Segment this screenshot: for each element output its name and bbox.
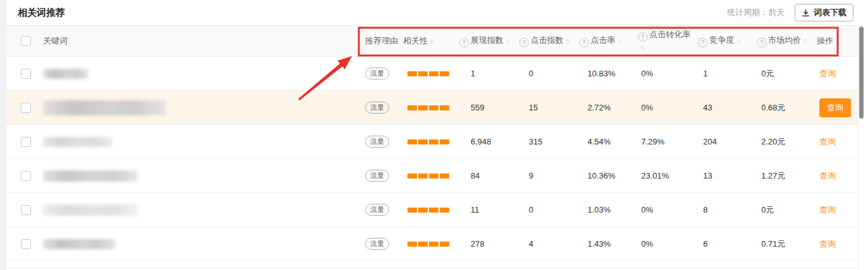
cell-competition: 204	[693, 137, 752, 146]
row-checkbox[interactable]	[21, 69, 31, 79]
vertical-scrollbar-thumb[interactable]	[859, 26, 864, 119]
keyword-redacted-blur	[43, 69, 88, 79]
cell-show-index: 6,948	[453, 137, 513, 146]
cell-show-index: 11	[453, 205, 513, 214]
cell-cvr: 0%	[633, 69, 693, 78]
column-label: 点击率	[591, 35, 615, 45]
row-checkbox[interactable]	[21, 205, 31, 215]
cell-market-price: 2.20元	[752, 136, 811, 148]
cell-click-index: 4	[513, 239, 573, 249]
cell-market-price: 0元	[752, 68, 811, 79]
help-icon[interactable]: ?	[579, 38, 589, 47]
column-header-cvr[interactable]: ?点击转化率↑↓	[633, 29, 693, 52]
sort-icon[interactable]: ↑↓	[803, 37, 807, 44]
column-label: 推荐理由	[365, 36, 398, 45]
relevance-bars	[407, 173, 450, 179]
help-icon[interactable]: ?	[519, 38, 529, 47]
cell-show-index: 278	[453, 239, 513, 249]
column-header-competition[interactable]: ?竞争度↑↓	[693, 35, 752, 47]
help-icon[interactable]: ?	[459, 38, 469, 47]
keyword-redacted-blur	[43, 100, 166, 115]
cell-ctr: 10.36%	[573, 171, 633, 180]
cell-ctr: 1.43%	[573, 239, 633, 249]
column-header-keyword: 关键词	[37, 35, 359, 47]
cell-market-price: 0.71元	[752, 238, 811, 250]
column-header-reason: 推荐理由	[359, 35, 398, 47]
cell-cvr: 23.01%	[633, 171, 693, 180]
reason-badge: 流量	[365, 170, 389, 182]
query-link[interactable]: 查询	[819, 205, 836, 214]
panel-header: 相关词推荐 统计周期：前天 词表下载	[6, 0, 859, 25]
header-cell-select-all	[6, 36, 37, 46]
table-row: 流量 559 15 2.72% 0% 43 0.68元 查询	[6, 91, 859, 125]
cell-competition: 6	[693, 239, 752, 249]
cell-show-index: 1	[453, 69, 513, 78]
reason-badge: 流量	[365, 136, 389, 148]
table-row: 流量 278 4 1.43% 0% 6 0.71元 查询	[6, 227, 859, 261]
sort-icon[interactable]: ↑↓	[617, 37, 621, 44]
relevance-bars	[407, 71, 450, 76]
cell-competition: 43	[693, 103, 752, 112]
table-row: 流量 1 0 10.83% 0% 1 0元 查询	[6, 57, 859, 91]
relevance-bars	[407, 208, 450, 213]
cell-show-index: 559	[453, 103, 513, 112]
relevance-bars	[407, 242, 450, 247]
query-link[interactable]: 查询	[819, 171, 836, 180]
related-words-table: 关键词 推荐理由 相关性↑↓ ?展现指数↑↓ ?点击指数↑↓ ?点击率↑↓ ?点…	[6, 25, 859, 261]
panel-right-border	[858, 25, 859, 270]
sort-icon[interactable]: ↑↓	[640, 44, 644, 51]
cell-cvr: 0%	[633, 205, 693, 214]
column-label: 竞争度	[709, 35, 734, 45]
sort-icon[interactable]: ↑↓	[736, 37, 740, 44]
cell-ctr: 2.72%	[573, 103, 633, 112]
query-link[interactable]: 查询	[819, 239, 836, 249]
column-label: 相关性	[403, 36, 428, 45]
page-background-strip	[0, 0, 6, 270]
reason-badge: 流量	[365, 68, 389, 79]
help-icon[interactable]: ?	[757, 38, 766, 47]
column-label: 点击指数	[531, 35, 564, 45]
query-button[interactable]: 查询	[819, 98, 851, 117]
row-checkbox[interactable]	[21, 137, 31, 147]
column-label: 点击转化率	[649, 30, 690, 39]
stats-period-label: 统计周期：前天	[727, 7, 785, 18]
column-header-click-index[interactable]: ?点击指数↑↓	[513, 35, 573, 47]
cell-ctr: 1.03%	[573, 205, 633, 214]
column-header-action: 操作	[811, 35, 852, 47]
sort-icon[interactable]: ↑↓	[430, 38, 433, 45]
cell-cvr: 0%	[633, 103, 693, 112]
query-link[interactable]: 查询	[819, 137, 836, 146]
row-checkbox[interactable]	[21, 171, 31, 181]
row-checkbox[interactable]	[21, 103, 31, 113]
reason-badge: 流量	[365, 204, 389, 216]
cell-click-index: 9	[513, 171, 573, 180]
table-row: 流量 11 0 1.03% 0% 8 0元 查询	[6, 193, 859, 227]
cell-ctr: 4.54%	[573, 137, 633, 146]
cell-cvr: 0%	[633, 239, 693, 249]
column-header-relevance[interactable]: 相关性↑↓	[398, 35, 453, 47]
relevance-bars	[407, 139, 450, 144]
keyword-redacted-blur	[43, 204, 138, 216]
column-header-show-index[interactable]: ?展现指数↑↓	[453, 35, 513, 47]
select-all-checkbox[interactable]	[21, 36, 31, 46]
download-icon	[802, 9, 810, 17]
row-checkbox[interactable]	[21, 239, 31, 249]
column-header-market-price[interactable]: ?市场均价↑↓	[752, 35, 811, 47]
download-button-label: 词表下载	[814, 7, 847, 18]
column-header-ctr[interactable]: ?点击率↑↓	[573, 35, 633, 47]
table-row: 流量 84 9 10.36% 23.01% 13 1.27元 查询	[6, 159, 859, 193]
cell-click-index: 0	[513, 205, 573, 214]
sort-icon[interactable]: ↑↓	[505, 37, 509, 44]
sort-icon[interactable]: ↑↓	[565, 37, 569, 44]
help-icon[interactable]: ?	[698, 38, 708, 47]
cell-click-index: 15	[513, 103, 573, 112]
download-wordlist-button[interactable]: 词表下载	[795, 4, 853, 21]
panel-bottom-border	[6, 268, 859, 269]
keyword-redacted-blur	[43, 170, 138, 182]
column-label: 展现指数	[471, 35, 503, 45]
cell-market-price: 0元	[752, 204, 811, 216]
help-icon[interactable]: ?	[638, 32, 648, 42]
keyword-redacted-blur	[43, 239, 116, 249]
query-link[interactable]: 查询	[819, 69, 836, 78]
cell-cvr: 7.29%	[633, 137, 693, 146]
